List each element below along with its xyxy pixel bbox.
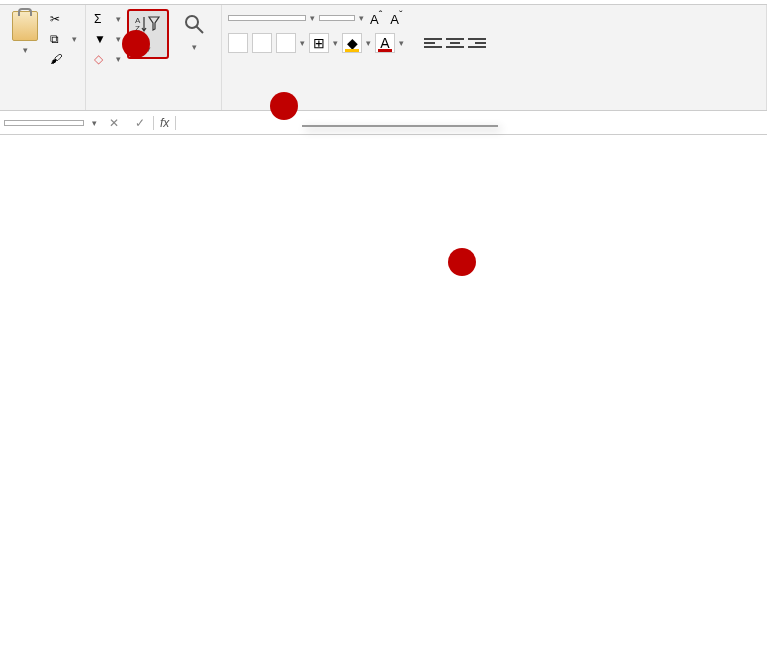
italic-button[interactable] xyxy=(252,33,272,53)
paste-button[interactable]: ▾ xyxy=(6,9,44,57)
search-icon xyxy=(181,11,207,37)
align-left-button[interactable] xyxy=(424,36,442,50)
cut-button[interactable]: ✂ xyxy=(48,11,79,27)
autosum-button[interactable]: Σ▾ xyxy=(92,11,123,27)
clear-button[interactable]: ◇▾ xyxy=(92,51,123,67)
ribbon: ▾ ✂ ⧉▾ 🖌 Σ▾ ▼▾ ◇▾ AZ ▾ xyxy=(0,5,767,111)
fill-icon: ▼ xyxy=(94,32,108,46)
copy-button[interactable]: ⧉▾ xyxy=(48,31,79,47)
align-right-button[interactable] xyxy=(468,36,486,50)
font-color-button[interactable]: A xyxy=(375,33,395,53)
underline-button[interactable] xyxy=(276,33,296,53)
formula-bar: ▾ ✕ ✓ fx xyxy=(0,111,767,135)
callout-2 xyxy=(270,92,298,120)
clipboard-icon xyxy=(12,11,38,41)
font-name-select[interactable] xyxy=(228,15,306,21)
shrink-font-button[interactable]: Aˇ xyxy=(388,9,404,27)
border-button[interactable]: ⊞ xyxy=(309,33,329,53)
fill-color-button[interactable]: ◆ xyxy=(342,33,362,53)
brush-icon: 🖌 xyxy=(50,52,64,66)
align-center-button[interactable] xyxy=(446,36,464,50)
bold-button[interactable] xyxy=(228,33,248,53)
callout-3 xyxy=(448,248,476,276)
ribbon-group-editing: Σ▾ ▼▾ ◇▾ AZ ▾ ▾ xyxy=(86,5,222,110)
ribbon-group-clipboard: ▾ ✂ ⧉▾ 🖌 xyxy=(0,5,86,110)
grow-font-button[interactable]: Aˆ xyxy=(368,9,384,27)
callout-1 xyxy=(122,30,150,58)
sort-filter-dropdown xyxy=(302,125,498,127)
fx-icon[interactable]: fx xyxy=(153,116,176,130)
name-box[interactable] xyxy=(4,120,84,126)
eraser-icon: ◇ xyxy=(94,52,108,66)
sigma-icon: Σ xyxy=(94,12,108,26)
svg-line-3 xyxy=(196,26,203,33)
font-size-select[interactable] xyxy=(319,15,355,21)
find-select-button[interactable]: ▾ xyxy=(173,9,215,55)
chevron-down-icon: ▾ xyxy=(23,45,28,55)
format-painter-button[interactable]: 🖌 xyxy=(48,51,79,67)
fill-button[interactable]: ▼▾ xyxy=(92,31,123,47)
copy-icon: ⧉ xyxy=(50,32,64,46)
ribbon-group-font: ▾ ▾ Aˆ Aˇ ▾ ⊞▾ ◆▾ A▾ xyxy=(222,5,767,110)
scissors-icon: ✂ xyxy=(50,12,64,26)
